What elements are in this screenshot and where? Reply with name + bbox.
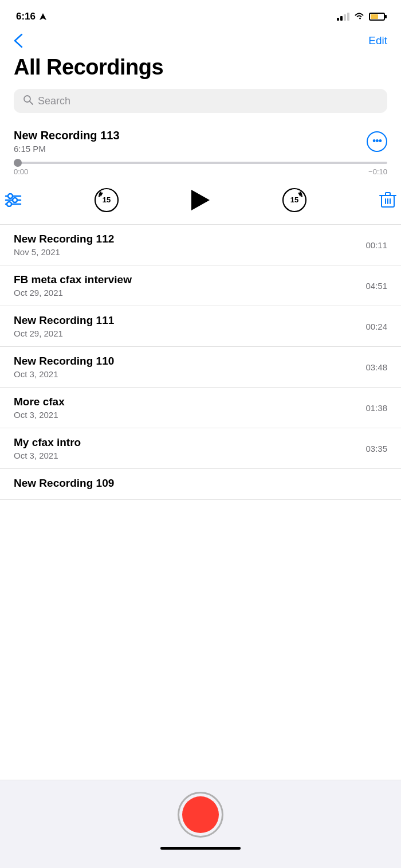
home-indicator <box>160 847 241 850</box>
bottom-bar <box>0 780 401 868</box>
recording-item-3[interactable]: New Recording 110 Oct 3, 2021 03:48 <box>0 346 401 387</box>
recording-item-1[interactable]: FB meta cfax interview Oct 29, 2021 04:5… <box>0 265 401 306</box>
status-time: 6:16 <box>16 11 47 22</box>
svg-point-8 <box>7 202 11 206</box>
equalizer-button[interactable] <box>5 193 22 207</box>
recording-item-6[interactable]: New Recording 109 <box>0 468 401 500</box>
scrubber-times: 0:00 −0:10 <box>14 167 387 176</box>
svg-point-6 <box>13 198 17 202</box>
skip-back-icon: 15 <box>93 186 120 214</box>
trash-icon <box>379 191 396 209</box>
back-button[interactable] <box>14 33 23 48</box>
page-title: All Recordings <box>0 53 401 89</box>
current-time: 0:00 <box>14 167 28 176</box>
battery-icon <box>369 13 385 21</box>
wifi-icon <box>354 12 364 22</box>
svg-line-2 <box>30 101 33 104</box>
more-dots-icon: ••• <box>372 141 382 142</box>
search-bar[interactable]: Search <box>14 89 387 113</box>
recording-item-2[interactable]: New Recording 111 Oct 29, 2021 00:24 <box>0 306 401 346</box>
record-button-inner <box>182 796 219 833</box>
recording-item-5[interactable]: My cfax intro Oct 3, 2021 03:35 <box>0 428 401 468</box>
expanded-recording-info: New Recording 113 6:15 PM <box>14 129 120 154</box>
playback-controls: 15 15 <box>0 178 401 224</box>
skip-forward-button[interactable]: 15 <box>281 186 308 214</box>
expanded-recording: New Recording 113 6:15 PM ••• 0:00 −0:10 <box>0 121 401 224</box>
location-icon <box>39 13 47 21</box>
play-button[interactable] <box>191 190 210 210</box>
expanded-title: New Recording 113 <box>14 129 120 142</box>
search-bar-container: Search <box>0 89 401 121</box>
more-options-button[interactable]: ••• <box>367 131 387 152</box>
svg-rect-17 <box>386 193 390 196</box>
status-icons <box>337 12 385 22</box>
recording-list: New Recording 112 Nov 5, 2021 00:11 FB m… <box>0 224 401 500</box>
nav-bar: Edit <box>0 31 401 53</box>
skip-forward-icon: 15 <box>281 186 308 214</box>
status-bar: 6:16 <box>0 0 401 31</box>
edit-button[interactable]: Edit <box>368 34 387 47</box>
time-display: 6:16 <box>16 11 36 22</box>
delete-button[interactable] <box>379 191 396 209</box>
recording-item-4[interactable]: More cfax Oct 3, 2021 01:38 <box>0 387 401 428</box>
signal-icon <box>337 13 349 21</box>
svg-marker-0 <box>40 13 46 20</box>
scrubber[interactable]: 0:00 −0:10 <box>14 162 387 176</box>
svg-point-4 <box>8 194 13 198</box>
svg-point-1 <box>24 96 30 102</box>
svg-text:15: 15 <box>290 196 298 204</box>
scrubber-thumb[interactable] <box>14 159 22 167</box>
search-placeholder: Search <box>38 95 70 107</box>
scrubber-track[interactable] <box>14 162 387 164</box>
search-icon <box>23 95 33 107</box>
svg-text:15: 15 <box>103 196 111 204</box>
recording-item-0[interactable]: New Recording 112 Nov 5, 2021 00:11 <box>0 224 401 265</box>
expanded-date: 6:15 PM <box>14 144 120 154</box>
record-button[interactable] <box>178 792 223 838</box>
skip-back-button[interactable]: 15 <box>93 186 120 214</box>
remaining-time: −0:10 <box>368 167 387 176</box>
equalizer-icon <box>5 193 22 207</box>
